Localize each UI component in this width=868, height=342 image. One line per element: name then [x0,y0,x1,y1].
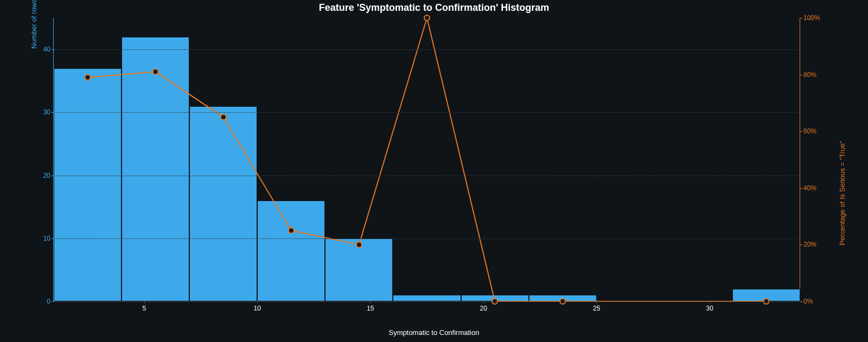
y-right-tick: 60% [803,127,816,135]
x-tick: 10 [254,305,261,312]
y-right-tick: 40% [803,184,816,192]
x-tick: 30 [706,305,713,312]
y-right-tick: 20% [803,241,816,248]
line-point [289,228,294,233]
percentage-line [88,18,767,301]
line-point [153,69,158,74]
y-left-tick: 40 [43,46,50,53]
x-tick: 5 [142,305,146,312]
gridline [54,301,800,302]
y-left-tick: 10 [43,235,50,242]
y-left-tick: 30 [43,108,50,116]
y-left-tick: 0 [47,298,50,305]
gridline [54,49,800,50]
chart-title: Feature 'Symptomatic to Confirmation' Hi… [0,2,868,14]
gridline [54,238,800,239]
line-point [221,114,226,120]
plot-area: 0102030400%20%40%60%80%100%51015202530 [53,18,800,302]
line-point [85,75,91,80]
y-left-axis-label: Number of rows [30,0,38,49]
line-point [424,15,430,21]
x-tick: 25 [593,305,600,312]
y-right-tick: 100% [803,14,820,22]
gridline [54,112,800,113]
y-left-tick: 20 [43,172,50,179]
y-right-tick: 0% [803,298,813,305]
x-tick: 15 [367,305,374,312]
y-right-tick: 80% [803,71,816,79]
line-overlay [54,18,800,301]
line-point [356,242,362,247]
gridline [54,176,800,176]
y-right-axis-label: Percentage of Is Serious = "True" [838,141,846,246]
x-tick: 20 [480,305,487,312]
chart-container: Feature 'Symptomatic to Confirmation' Hi… [0,0,868,342]
x-axis-label: Symptomatic to Confirmation [0,328,868,337]
